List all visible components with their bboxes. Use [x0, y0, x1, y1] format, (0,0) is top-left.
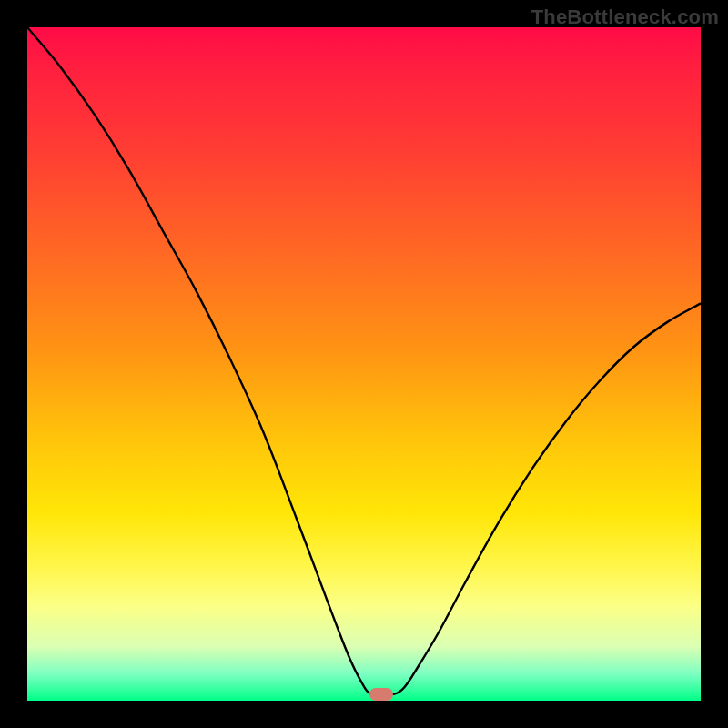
plot-area — [27, 27, 701, 701]
curve-layer — [27, 27, 701, 701]
watermark-text: TheBottleneck.com — [531, 5, 719, 29]
optimum-marker — [369, 688, 393, 701]
chart-frame: TheBottleneck.com — [0, 0, 728, 728]
bottleneck-curve — [27, 27, 701, 695]
